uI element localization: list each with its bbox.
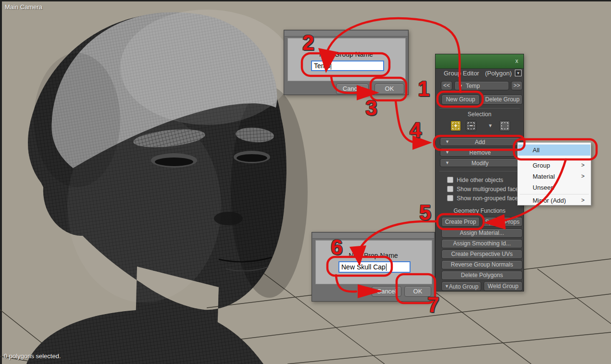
- dialog-titlebar[interactable]: [312, 233, 434, 239]
- remove-menu-button[interactable]: ▼ Remove: [440, 148, 520, 157]
- head-mesh: [26, 10, 308, 364]
- prev-group-button[interactable]: <<: [441, 81, 452, 90]
- new-group-dialog: New Group Name Temp Cancel OK: [284, 30, 409, 95]
- panel-titlebar[interactable]: x: [436, 54, 524, 69]
- selection-header: Selection: [436, 111, 524, 118]
- ok-button[interactable]: OK: [374, 84, 404, 94]
- hide-other-objects-checkbox[interactable]: [447, 177, 453, 183]
- modify-menu-button[interactable]: ▼ Modify: [440, 158, 520, 167]
- camera-label: Main Camera: [5, 3, 42, 11]
- menu-item-group[interactable]: Group >: [518, 160, 590, 171]
- selection-mode-dropdown-icon[interactable]: ▼: [488, 123, 493, 128]
- panel-mode: (Polygon): [485, 70, 512, 77]
- group-select-dropdown[interactable]: ▼ Temp: [454, 81, 509, 90]
- show-nongrouped-row: Show non-grouped faces: [447, 194, 521, 203]
- marquee-selection-icon[interactable]: [499, 121, 510, 131]
- panel-mode-dropdown-icon[interactable]: ▼: [515, 70, 522, 76]
- delete-polygons-button[interactable]: Delete Polygons: [441, 271, 523, 280]
- prop-name-input[interactable]: New Skull Cap: [338, 261, 411, 273]
- show-multigrouped-row: Show multigrouped faces: [447, 184, 522, 194]
- submenu-arrow-icon: >: [581, 171, 585, 182]
- text-caret: [331, 62, 331, 70]
- status-bar-text: 0 polygons selected.: [4, 352, 61, 360]
- panel-title: Group Editor: [444, 70, 479, 77]
- create-prop-button[interactable]: Create Prop: [441, 217, 480, 227]
- assign-material-button[interactable]: Assign Material...: [441, 229, 523, 238]
- spawn-props-button[interactable]: Spawn Props: [482, 217, 523, 227]
- group-name-input[interactable]: Temp: [311, 61, 384, 71]
- submenu-arrow-icon: >: [581, 160, 585, 171]
- show-nongrouped-checkbox[interactable]: [447, 195, 453, 201]
- ok-button[interactable]: OK: [404, 286, 431, 297]
- viewport[interactable]: Main Camera New Group Name Temp Cancel O…: [0, 0, 611, 364]
- cancel-button[interactable]: Cancel: [372, 286, 401, 297]
- chevron-down-icon: ▼: [459, 84, 463, 88]
- new-prop-dialog: New Prop Name New Skull Cap Cancel OK: [312, 232, 435, 302]
- menu-item-material[interactable]: Material >: [518, 171, 590, 182]
- add-context-menu: All Group > Material > Unseen Mirror (Ad…: [517, 142, 591, 206]
- nose-shadow: [214, 212, 243, 225]
- close-icon[interactable]: x: [513, 57, 521, 65]
- weld-group-button[interactable]: Weld Group: [484, 281, 523, 291]
- remove-from-selection-icon[interactable]: −: [466, 121, 476, 131]
- new-group-button[interactable]: New Group: [441, 95, 480, 105]
- add-to-selection-icon[interactable]: +: [450, 121, 461, 131]
- menu-item-unseen[interactable]: Unseen: [518, 182, 590, 193]
- cancel-button[interactable]: Cancel: [336, 84, 369, 94]
- dialog-titlebar[interactable]: [285, 31, 408, 36]
- menu-item-all[interactable]: All: [518, 145, 590, 156]
- reverse-group-normals-button[interactable]: Reverse Group Normals: [441, 260, 523, 269]
- assign-smoothing-button[interactable]: Assign Smoothing Id...: [441, 239, 523, 248]
- create-perspective-uvs-button[interactable]: Create Perspective UVs: [441, 250, 523, 259]
- new-group-name-label: New Group Name: [284, 50, 408, 58]
- group-editor-panel: x Group Editor (Polygon) ▼ << ▼ Temp >> …: [435, 54, 524, 291]
- next-group-button[interactable]: >>: [511, 81, 523, 90]
- geometry-functions-header: Geometry Functions: [436, 207, 524, 214]
- show-multigrouped-checkbox[interactable]: [447, 186, 453, 192]
- submenu-arrow-icon: >: [581, 195, 585, 206]
- menu-item-mirror-add[interactable]: Mirror (Add) >: [518, 195, 590, 206]
- text-caret: [386, 264, 387, 271]
- add-menu-button[interactable]: ▼ Add: [440, 137, 520, 146]
- auto-group-button[interactable]: ▼ Auto Group: [441, 281, 481, 291]
- hide-other-objects-row: Hide other objects: [447, 175, 503, 184]
- delete-group-button[interactable]: Delete Group: [482, 95, 523, 105]
- new-prop-name-label: New Prop Name: [312, 252, 435, 259]
